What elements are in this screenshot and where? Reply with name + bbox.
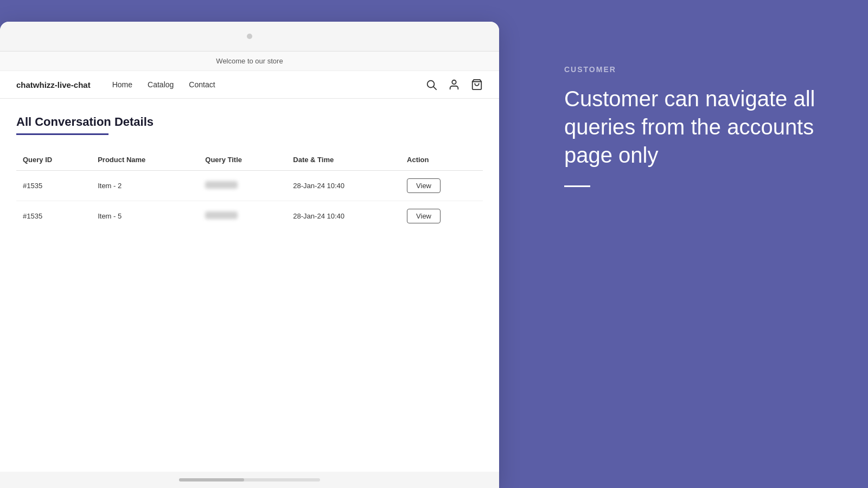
browser-dot [247,34,252,39]
table-header: Query ID Product Name Query Title Date &… [16,150,483,171]
category-label: CUSTOMER [564,65,835,74]
cell-query-id: #1535 [16,201,91,232]
cell-product-name: Item - 5 [91,201,199,232]
cart-icon[interactable] [471,79,483,91]
cell-query-id: #1535 [16,171,91,201]
page-title: All Conversation Details [16,115,483,129]
col-date-time: Date & Time [286,150,400,171]
browser-top-bar [0,22,499,52]
title-underline [16,133,108,135]
col-product-name: Product Name [91,150,199,171]
col-query-id: Query ID [16,150,91,171]
query-title-blurred [205,181,238,189]
account-icon[interactable] [448,79,460,91]
view-button[interactable]: View [407,209,441,223]
divider [564,185,590,187]
scrollbar-track [179,478,320,481]
table-body: #1535 Item - 2 28-Jan-24 10:40 View #153… [16,171,483,232]
right-panel: CUSTOMER Customer can navigate all queri… [521,0,868,488]
table-row: #1535 Item - 2 28-Jan-24 10:40 View [16,171,483,201]
nav-bar: chatwhizz-live-chat Home Catalog Contact [0,71,499,99]
nav-link-contact[interactable]: Contact [189,80,215,89]
cell-query-title [199,171,286,201]
svg-point-2 [452,80,456,84]
col-query-title: Query Title [199,150,286,171]
customer-tagline: Customer can navigate all queries from t… [564,85,835,169]
nav-link-catalog[interactable]: Catalog [148,80,174,89]
browser-bottom [0,472,499,488]
cell-query-title [199,201,286,232]
cell-date-time: 28-Jan-24 10:40 [286,171,400,201]
col-action: Action [400,150,483,171]
cell-action: View [400,201,483,232]
browser-card: Welcome to our store chatwhizz-live-chat… [0,22,499,488]
search-icon[interactable] [425,79,437,91]
banner-text: Welcome to our store [216,57,283,65]
scrollbar-thumb[interactable] [179,478,244,481]
cell-product-name: Item - 2 [91,171,199,201]
nav-icons [425,79,483,91]
view-button[interactable]: View [407,178,441,193]
cell-date-time: 28-Jan-24 10:40 [286,201,400,232]
table-row: #1535 Item - 5 28-Jan-24 10:40 View [16,201,483,232]
query-title-blurred [205,211,238,219]
nav-link-home[interactable]: Home [112,80,132,89]
nav-links: Home Catalog Contact [112,80,425,89]
conversation-table: Query ID Product Name Query Title Date &… [16,150,483,231]
cell-action: View [400,171,483,201]
nav-brand: chatwhizz-live-chat [16,80,91,89]
svg-line-1 [433,87,436,89]
main-content: All Conversation Details Query ID Produc… [0,99,499,472]
store-banner: Welcome to our store [0,52,499,71]
